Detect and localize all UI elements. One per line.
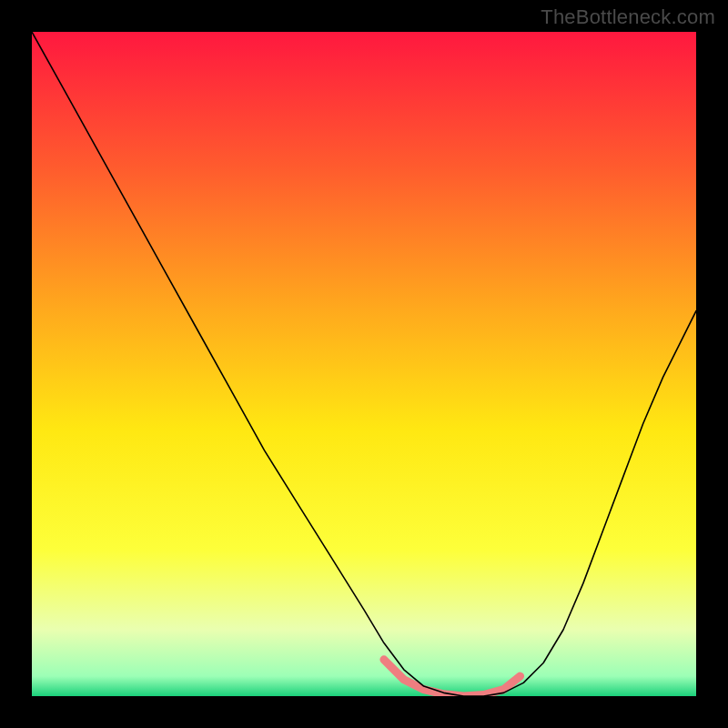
bottleneck-chart [32, 32, 696, 696]
chart-frame: TheBottleneck.com [0, 0, 728, 728]
watermark-text: TheBottleneck.com [541, 5, 715, 29]
gradient-background [32, 32, 696, 696]
plot-area [32, 32, 696, 696]
